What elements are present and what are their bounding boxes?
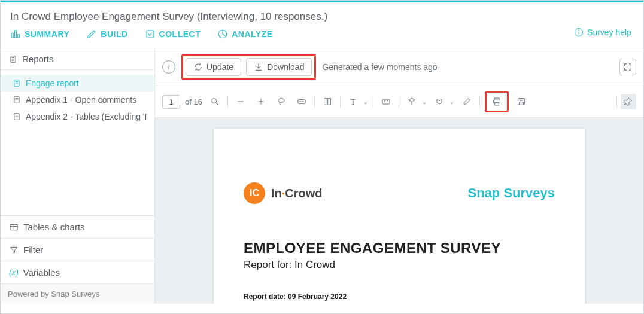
tab-analyze-label: ANALYZE xyxy=(232,29,272,39)
fit-width-button[interactable] xyxy=(294,94,309,109)
tab-collect[interactable]: COLLECT xyxy=(145,29,201,39)
reports-header-label: Reports xyxy=(22,54,54,64)
marker-button[interactable] xyxy=(432,94,447,109)
svg-rect-34 xyxy=(494,98,499,100)
pencil-icon xyxy=(86,29,97,39)
document-preview[interactable]: IC In·Crowd Snap Surveys EMPLOYEE ENGAGE… xyxy=(155,118,643,304)
info-icon xyxy=(574,28,584,37)
tab-summary-label: SUMMARY xyxy=(25,29,69,39)
survey-help-link[interactable]: Survey help xyxy=(574,28,631,37)
fit-width-icon xyxy=(296,97,307,106)
text-tool-button[interactable] xyxy=(345,94,361,109)
pdf-toolbar: of 16 ⌄ ⌄ ⌄ xyxy=(155,86,643,118)
report-item-appendix2[interactable]: Appendix 2 - Tables (Excluding 'I xyxy=(1,108,154,125)
page-number-input[interactable] xyxy=(162,95,180,109)
powered-by: Powered by Snap Surveys xyxy=(1,283,154,304)
reports-list: Engage report Appendix 1 - Open comments… xyxy=(1,70,154,215)
action-bar: i Update Download Generated a few moment… xyxy=(155,48,643,86)
sidebar-filter[interactable]: Filter xyxy=(1,238,154,261)
print-icon xyxy=(492,97,502,106)
svg-rect-36 xyxy=(495,102,499,105)
ic-badge: IC xyxy=(244,182,265,204)
svg-rect-39 xyxy=(520,102,524,105)
highlight-button[interactable] xyxy=(404,94,420,109)
incrowd-text: In·Crowd xyxy=(271,187,323,200)
report-icon xyxy=(13,112,21,121)
sidebar-tables-charts[interactable]: Tables & charts xyxy=(1,215,154,238)
tab-summary[interactable]: SUMMARY xyxy=(10,29,69,39)
plus-icon xyxy=(256,97,266,106)
zoom-out-button[interactable] xyxy=(233,94,248,109)
search-button[interactable] xyxy=(207,94,223,109)
textbox-button[interactable] xyxy=(378,94,394,109)
print-button[interactable] xyxy=(489,94,505,109)
svg-rect-0 xyxy=(11,33,13,38)
svg-rect-38 xyxy=(520,99,523,100)
incrowd-logo: IC In·Crowd xyxy=(244,182,323,204)
save-icon xyxy=(517,97,526,106)
generated-text: Generated a few moments ago xyxy=(322,62,437,72)
zoom-in-button[interactable] xyxy=(253,94,269,109)
workspace: Reports Engage report Appendix 1 - Open … xyxy=(1,48,643,304)
reports-header[interactable]: Reports xyxy=(1,48,154,70)
eraser-button[interactable] xyxy=(459,94,475,109)
textbox-icon xyxy=(381,97,391,106)
minus-icon xyxy=(236,97,245,106)
collect-icon xyxy=(145,29,156,39)
update-button[interactable]: Update xyxy=(186,58,241,76)
download-button[interactable]: Download xyxy=(246,58,312,76)
sidebar-section-label: Variables xyxy=(23,267,60,278)
lasso-button[interactable] xyxy=(274,94,289,109)
sidebar: Reports Engage report Appendix 1 - Open … xyxy=(1,48,155,304)
svg-rect-21 xyxy=(10,224,17,230)
separator xyxy=(340,96,341,108)
svg-rect-3 xyxy=(147,31,154,38)
report-date: Report date: 09 February 2022 xyxy=(244,292,555,301)
report-icon xyxy=(13,96,21,104)
svg-rect-32 xyxy=(328,99,331,105)
tab-analyze[interactable]: ANALYZE xyxy=(217,29,272,39)
logo-row: IC In·Crowd Snap Surveys xyxy=(244,182,555,204)
document-icon xyxy=(9,55,17,63)
svg-point-29 xyxy=(278,99,285,103)
svg-point-24 xyxy=(212,99,217,103)
report-item-engage[interactable]: Engage report xyxy=(1,75,154,92)
page-layout-button[interactable] xyxy=(320,94,335,109)
separator xyxy=(479,96,480,108)
analyze-icon xyxy=(217,29,228,39)
sidebar-section-label: Filter xyxy=(23,245,43,255)
fullscreen-button[interactable] xyxy=(619,59,636,75)
svg-rect-33 xyxy=(382,99,390,104)
filter-icon xyxy=(9,245,19,255)
tab-build-label: BUILD xyxy=(101,29,127,39)
refresh-icon xyxy=(193,62,203,72)
download-icon xyxy=(254,62,263,72)
chevron-down-icon[interactable]: ⌄ xyxy=(363,99,368,105)
report-item-appendix1[interactable]: Appendix 1 - Open comments xyxy=(1,92,154,108)
report-item-label: Appendix 1 - Open comments xyxy=(26,95,136,105)
pin-button[interactable] xyxy=(621,94,636,109)
survey-help-label: Survey help xyxy=(587,28,631,37)
chevron-down-icon[interactable]: ⌄ xyxy=(422,99,427,105)
tab-collect-label: COLLECT xyxy=(159,29,201,39)
tab-build[interactable]: BUILD xyxy=(86,29,127,39)
fullscreen-icon xyxy=(623,62,633,72)
update-label: Update xyxy=(206,62,233,72)
report-item-label: Appendix 2 - Tables (Excluding 'I xyxy=(26,112,147,121)
sidebar-section-label: Tables & charts xyxy=(23,222,85,232)
info-button[interactable]: i xyxy=(162,60,175,74)
document-page: IC In·Crowd Snap Surveys EMPLOYEE ENGAGE… xyxy=(214,129,585,304)
content-area: i Update Download Generated a few moment… xyxy=(155,48,643,304)
save-button[interactable] xyxy=(514,94,529,109)
lasso-icon xyxy=(277,97,286,106)
sidebar-variables[interactable]: (x) Variables xyxy=(1,261,154,283)
svg-rect-2 xyxy=(18,35,20,38)
separator xyxy=(373,96,373,108)
text-icon xyxy=(348,97,358,106)
highlight-icon xyxy=(407,97,417,106)
svg-line-25 xyxy=(216,103,218,105)
chevron-down-icon[interactable]: ⌄ xyxy=(449,99,454,105)
separator xyxy=(616,96,617,108)
page-title: In Crowd Employee Engagement Survey (Int… xyxy=(1,2,643,29)
separator xyxy=(399,96,399,108)
